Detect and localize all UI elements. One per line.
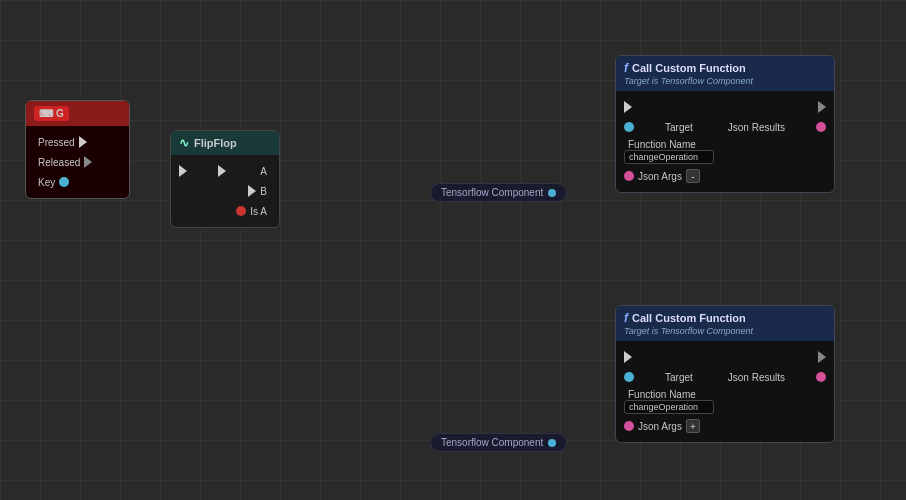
func-icon-1: f xyxy=(624,61,628,75)
ccf1-target-row: Target Json Results xyxy=(616,117,834,137)
flipflop-isa-pin xyxy=(236,206,246,216)
flipflop-node-body: A B Is A xyxy=(171,155,279,227)
ccf-node-2: f Call Custom Function Target is Tensorf… xyxy=(615,305,835,443)
ccf1-subtitle: Target is Tensorflow Component xyxy=(624,76,753,86)
ccf1-results-pin xyxy=(816,122,826,132)
tf-label-1: Tensorflow Component xyxy=(430,183,567,202)
pin-pressed: Pressed xyxy=(26,132,129,152)
ccf1-target-pin xyxy=(624,122,634,132)
ccf2-jargs-row: Json Args + xyxy=(616,416,834,436)
tf-dot-1 xyxy=(548,189,556,197)
ccf2-body: Target Json Results Function Name Json A… xyxy=(616,341,834,442)
ccf2-title-row: f Call Custom Function xyxy=(624,311,746,325)
tf-label-2-text: Tensorflow Component xyxy=(441,437,543,448)
pressed-exec-pin xyxy=(79,136,87,148)
keyboard-icon: ⌨ xyxy=(39,108,53,119)
ccf2-results-pin xyxy=(816,372,826,382)
flipflop-exec-in xyxy=(179,165,187,177)
keyboard-node-header: ⌨ G xyxy=(26,101,129,126)
ccf1-jargs-btn[interactable]: - xyxy=(686,169,700,183)
flipflop-exec-out-b xyxy=(248,185,256,197)
ccf-node-1: f Call Custom Function Target is Tensorf… xyxy=(615,55,835,193)
pin-released: Released xyxy=(26,152,129,172)
ccf2-header: f Call Custom Function Target is Tensorf… xyxy=(616,306,834,341)
tf-label-1-text: Tensorflow Component xyxy=(441,187,543,198)
ccf1-jargs-row: Json Args - xyxy=(616,166,834,186)
blueprint-canvas[interactable]: ⌨ G Pressed Released Key ∿ FlipFlop xyxy=(0,0,906,500)
flipflop-b-row: B xyxy=(171,181,279,201)
ccf2-exec-out xyxy=(818,351,826,363)
ccf2-exec-row xyxy=(616,347,834,367)
ccf1-fname-row: Function Name xyxy=(616,137,834,166)
released-exec-pin xyxy=(84,156,92,168)
keyboard-node-title: G xyxy=(56,108,64,119)
keyboard-node: ⌨ G Pressed Released Key xyxy=(25,100,130,199)
ccf2-subtitle: Target is Tensorflow Component xyxy=(624,326,753,336)
ccf1-title: Call Custom Function xyxy=(632,62,746,74)
ccf1-title-row: f Call Custom Function xyxy=(624,61,746,75)
ccf1-function-name-input[interactable] xyxy=(624,150,714,164)
ccf2-function-name-input[interactable] xyxy=(624,400,714,414)
keyboard-node-body: Pressed Released Key xyxy=(26,126,129,198)
func-icon-2: f xyxy=(624,311,628,325)
ccf2-exec-in xyxy=(624,351,632,363)
ccf1-exec-row xyxy=(616,97,834,117)
flipflop-isa-row: Is A xyxy=(171,201,279,221)
tf-label-2: Tensorflow Component xyxy=(430,433,567,452)
flipflop-node-title: FlipFlop xyxy=(194,137,237,149)
tf-dot-2 xyxy=(548,439,556,447)
flipflop-exec-row: A xyxy=(171,161,279,181)
pin-key: Key xyxy=(26,172,129,192)
ccf2-fname-row: Function Name xyxy=(616,387,834,416)
ccf1-body: Target Json Results Function Name Json A… xyxy=(616,91,834,192)
flipflop-icon: ∿ xyxy=(179,136,189,150)
key-pin xyxy=(59,177,69,187)
flipflop-node-header: ∿ FlipFlop xyxy=(171,131,279,155)
ccf2-target-row: Target Json Results xyxy=(616,367,834,387)
ccf2-title: Call Custom Function xyxy=(632,312,746,324)
flipflop-exec-out-a xyxy=(218,165,226,177)
ccf1-exec-in xyxy=(624,101,632,113)
keyboard-icon-badge: ⌨ G xyxy=(34,106,69,121)
ccf1-header: f Call Custom Function Target is Tensorf… xyxy=(616,56,834,91)
ccf2-jargs-pin xyxy=(624,421,634,431)
ccf2-target-pin xyxy=(624,372,634,382)
ccf2-jargs-btn[interactable]: + xyxy=(686,419,700,433)
flipflop-node: ∿ FlipFlop A B Is A xyxy=(170,130,280,228)
ccf1-exec-out xyxy=(818,101,826,113)
ccf1-jargs-pin xyxy=(624,171,634,181)
